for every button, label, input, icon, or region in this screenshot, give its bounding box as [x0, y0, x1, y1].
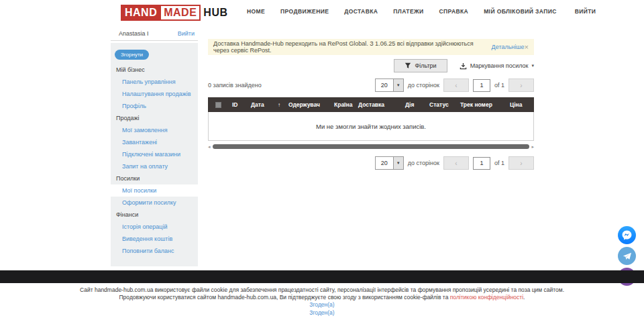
toolbar: Фільтри Маркування посилок ▾	[208, 58, 534, 73]
banner-close-icon[interactable]: ×	[525, 43, 529, 51]
brand-logo-hub: HUB	[201, 6, 229, 19]
filters-button[interactable]: Фільтри	[394, 59, 447, 72]
results-pagination-row: 0 записів знайдено 20 ▼ до сторінок ‹ of…	[208, 78, 534, 93]
main-nav: HOME ПРОДВИЖЕНИЕ ДОСТАВКА ПЛАТЕЖИ СПРАВК…	[247, 8, 596, 15]
banner-details-link[interactable]: Детальніше	[492, 44, 525, 50]
brand-logo[interactable]: HAND MADE HUB	[121, 5, 229, 21]
notification-banner: Доставка Handmade-Hub переходить на RePo…	[208, 39, 534, 55]
next-page-button-bottom[interactable]: ›	[508, 156, 534, 170]
collapse-button[interactable]: Згорнути	[115, 50, 149, 60]
sidebar-item-profile[interactable]: Профіль	[111, 100, 198, 112]
sidebar-item-withdraw-funds[interactable]: Виведення коштів	[111, 233, 198, 245]
select-caret-icon: ▼	[393, 157, 403, 169]
column-header-price[interactable]: Ціна	[506, 101, 534, 108]
nav-help[interactable]: СПРАВКА	[439, 8, 469, 15]
page-number-input-bottom[interactable]	[473, 157, 490, 170]
sidebar-item-topup-balance[interactable]: Поповнити баланс	[111, 245, 198, 257]
nav-payments[interactable]: ПЛАТЕЖИ	[393, 8, 423, 15]
parcel-marking-label: Маркування посилок	[470, 62, 529, 69]
prev-page-button-top[interactable]: ‹	[443, 78, 469, 92]
sidebar-user-row: Anastasia I Вийти	[111, 27, 198, 41]
agree-row-1: Згоден(а)	[0, 301, 644, 308]
per-page-label: до сторінок	[408, 82, 439, 89]
scrollbar-thumb[interactable]	[213, 144, 530, 149]
sidebar-logout-link[interactable]: Вийти	[178, 30, 195, 37]
column-header-date-label: Дата	[251, 101, 264, 108]
nav-delivery[interactable]: ДОСТАВКА	[344, 8, 378, 15]
brand-logo-made: MADE	[161, 5, 201, 21]
main-content: Доставка Handmade-Hub переходить на RePo…	[208, 39, 534, 170]
parcels-table: ID Дата ↑ Одержувач Країна Доставка Дія …	[208, 97, 534, 141]
per-page-value: 20	[376, 79, 393, 91]
brand-logo-hand: HAND	[121, 5, 161, 21]
nav-account[interactable]: МІЙ ОБЛІКОВИЙ ЗАПИС	[484, 8, 557, 15]
parcel-marking-dropdown[interactable]: Маркування посилок ▾	[460, 62, 534, 70]
table-header-row: ID Дата ↑ Одержувач Країна Доставка Дія …	[208, 97, 534, 112]
of-pages-label: of 1	[494, 160, 504, 166]
telegram-icon	[622, 251, 633, 262]
export-icon	[460, 62, 467, 70]
column-header-track-number[interactable]: Трек номер	[456, 101, 506, 108]
next-page-button-top[interactable]: ›	[508, 78, 534, 92]
column-header-country[interactable]: Країна	[330, 101, 354, 108]
per-page-select-top[interactable]: 20 ▼	[375, 78, 404, 92]
sidebar-heading-finance: Фінанси	[111, 209, 198, 221]
select-all-cell	[208, 102, 228, 108]
sidebar-item-create-parcel[interactable]: Оформити посилку	[111, 197, 198, 209]
agree-link-1[interactable]: Згоден(а)	[309, 301, 334, 308]
select-all-checkbox[interactable]	[215, 102, 221, 108]
records-found-label: 0 записів знайдено	[208, 82, 262, 89]
select-caret-icon: ▼	[393, 79, 403, 91]
per-page-label: до сторінок	[408, 160, 439, 166]
per-page-select-bottom[interactable]: 20 ▼	[375, 156, 404, 170]
sidebar-item-payment-request[interactable]: Запит на оплату	[111, 160, 198, 172]
sidebar-heading-business: Мій бізнес	[111, 64, 198, 76]
scroll-right-icon[interactable]: ▸	[531, 144, 534, 149]
column-header-delivery[interactable]: Доставка	[354, 101, 401, 108]
empty-state-message: Ми не змогли знайти жодних записів.	[316, 123, 426, 130]
sidebar-item-connected-stores[interactable]: Підключені магазини	[111, 148, 198, 160]
scroll-left-icon[interactable]: ◂	[208, 144, 211, 149]
sidebar-item-my-orders[interactable]: Мої замовлення	[111, 124, 198, 136]
column-header-status[interactable]: Статус	[425, 101, 456, 108]
column-header-recipient[interactable]: Одержувач	[284, 101, 330, 108]
of-pages-label: of 1	[494, 82, 504, 89]
sidebar: Anastasia I Вийти Згорнути Мій бізнес Па…	[111, 27, 198, 266]
cookie-line2: Продовжуючи користуватися сайтом handmad…	[119, 294, 450, 301]
messenger-button[interactable]	[618, 226, 636, 244]
sidebar-heading-parcels: Посилки	[111, 172, 198, 184]
nav-home[interactable]: HOME	[247, 8, 265, 15]
nav-promotion[interactable]: ПРОДВИЖЕНИЕ	[280, 8, 329, 15]
pagination-top: 20 ▼ до сторінок ‹ of 1 ›	[375, 78, 534, 92]
page-number-input-top[interactable]	[473, 79, 490, 92]
filters-button-label: Фільтри	[415, 62, 436, 69]
sidebar-item-operations-history[interactable]: Історія операцій	[111, 221, 198, 233]
sort-ascending-icon: ↑	[278, 102, 280, 108]
pagination-bottom: 20 ▼ до сторінок ‹ of 1 ›	[208, 156, 534, 170]
agree-row-2: Згоден(а)	[0, 309, 644, 316]
cookie-line2-suffix: .	[523, 294, 525, 301]
column-header-id[interactable]: ID	[228, 101, 247, 108]
telegram-button[interactable]	[618, 247, 636, 265]
messenger-icon	[621, 229, 633, 241]
top-header: HAND MADE HUB HOME ПРОДВИЖЕНИЕ ДОСТАВКА …	[0, 0, 644, 24]
cookie-notice: Сайт handmade-hub.com.ua використовує фа…	[0, 286, 644, 301]
chevron-down-icon: ▾	[531, 63, 534, 68]
sidebar-item-uploaded[interactable]: Завантажені	[111, 136, 198, 148]
privacy-policy-link[interactable]: політикою конфіденційності	[450, 294, 523, 301]
table-empty-state: Ми не змогли знайти жодних записів.	[208, 112, 534, 141]
column-header-date[interactable]: Дата ↑	[247, 101, 284, 108]
horizontal-scrollbar: ◂ ▸	[208, 144, 534, 149]
per-page-value: 20	[376, 157, 393, 169]
sidebar-item-sales-settings[interactable]: Налаштування продажів	[111, 88, 198, 100]
prev-page-button-bottom[interactable]: ‹	[443, 156, 469, 170]
sidebar-item-my-parcels[interactable]: Мої посилки	[111, 184, 198, 197]
cookie-line1: Сайт handmade-hub.com.ua використовує фа…	[80, 286, 564, 293]
sidebar-heading-sales: Продажі	[111, 112, 198, 124]
user-name: Anastasia I	[119, 30, 149, 37]
sidebar-item-dashboard[interactable]: Панель управління	[111, 76, 198, 88]
filter-funnel-icon	[405, 62, 411, 69]
column-header-action[interactable]: Дія	[401, 101, 425, 108]
nav-logout[interactable]: ВИЙТИ	[575, 8, 596, 15]
agree-link-2[interactable]: Згоден(а)	[309, 309, 334, 316]
